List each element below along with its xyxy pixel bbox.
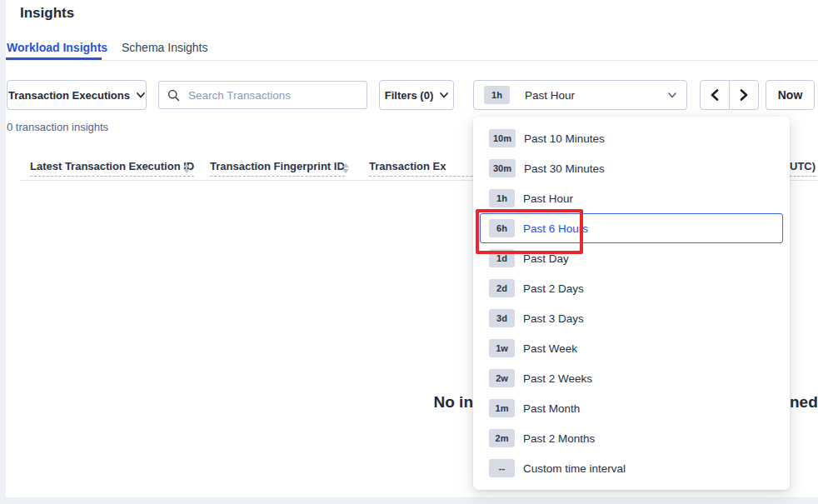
time-option-badge: 1h	[489, 189, 515, 207]
time-option-badge: 10m	[489, 129, 516, 147]
search-transactions-box[interactable]	[158, 81, 367, 109]
time-range-dropdown-trigger[interactable]: 1h Past Hour	[473, 80, 687, 110]
now-button[interactable]: Now	[766, 80, 815, 110]
time-option-custom-time-interval[interactable]: -- Custom time interval	[480, 453, 783, 483]
time-option-past-3-days[interactable]: 3d Past 3 Days	[480, 303, 783, 333]
time-option-badge: 2m	[489, 429, 515, 447]
time-range-arrow-group	[700, 80, 759, 110]
time-range-prev-button[interactable]	[701, 81, 730, 109]
time-option-past-30-minutes[interactable]: 30m Past 30 Minutes	[480, 153, 783, 183]
time-option-badge: 1w	[489, 339, 515, 357]
column-header-transaction-fingerprint-id[interactable]: Transaction Fingerprint ID	[210, 160, 345, 177]
empty-state-message-left: No in	[250, 393, 473, 412]
time-option-past-2-days[interactable]: 2d Past 2 Days	[480, 273, 783, 303]
filters-label: Filters (0)	[385, 89, 434, 102]
time-option-past-2-months[interactable]: 2m Past 2 Months	[480, 423, 783, 453]
time-range-badge: 1h	[484, 86, 510, 104]
time-option-past-hour[interactable]: 1h Past Hour	[480, 183, 783, 213]
time-option-past-month[interactable]: 1m Past Month	[480, 393, 783, 423]
column-header-transaction-execution[interactable]: Transaction Ex	[369, 160, 473, 177]
sort-icon[interactable]	[342, 163, 349, 173]
chevron-down-icon	[668, 92, 676, 98]
time-option-badge: 6h	[489, 219, 515, 237]
insights-count: 0 transaction insights	[7, 121, 108, 133]
time-option-badge: 30m	[489, 159, 516, 177]
time-range-dropdown-menu: 10m Past 10 Minutes 30m Past 30 Minutes …	[473, 117, 790, 490]
time-option-badge: 1d	[489, 249, 515, 267]
tab-schema-insights[interactable]: Schema Insights	[122, 41, 208, 54]
time-option-badge: 2w	[489, 369, 515, 387]
time-option-badge: 3d	[489, 309, 515, 327]
view-select-dropdown[interactable]: Transaction Executions	[7, 80, 147, 110]
time-option-past-day[interactable]: 1d Past Day	[480, 243, 783, 273]
chevron-left-icon	[710, 89, 720, 101]
tabs-divider	[6, 60, 818, 61]
time-option-badge: 2d	[489, 279, 515, 297]
time-range-label: Past Hour	[525, 89, 575, 102]
column-header-start-time-utc[interactable]: UTC)	[790, 160, 816, 177]
time-option-badge: --	[489, 459, 515, 477]
chevron-down-icon	[137, 92, 145, 98]
time-option-past-2-weeks[interactable]: 2w Past 2 Weeks	[480, 363, 783, 393]
time-option-past-10-minutes[interactable]: 10m Past 10 Minutes	[480, 123, 783, 153]
sort-icon[interactable]	[183, 163, 190, 173]
column-header-latest-transaction-execution-id[interactable]: Latest Transaction Execution ID	[30, 160, 194, 177]
page-title: Insights	[20, 5, 74, 22]
chevron-down-icon	[440, 92, 448, 98]
search-transactions-input[interactable]	[187, 88, 358, 102]
time-option-past-week[interactable]: 1w Past Week	[480, 333, 783, 363]
time-option-badge: 1m	[489, 399, 515, 417]
filters-dropdown[interactable]: Filters (0)	[379, 80, 454, 110]
empty-state-message-right: ned.	[790, 393, 818, 412]
search-icon	[167, 89, 180, 102]
time-option-past-6-hours[interactable]: 6h Past 6 Hours	[480, 213, 783, 243]
chevron-right-icon	[739, 89, 749, 101]
time-range-next-button[interactable]	[730, 81, 758, 109]
view-select-label: Transaction Executions	[8, 89, 130, 102]
tab-workload-insights[interactable]: Workload Insights	[7, 41, 107, 54]
